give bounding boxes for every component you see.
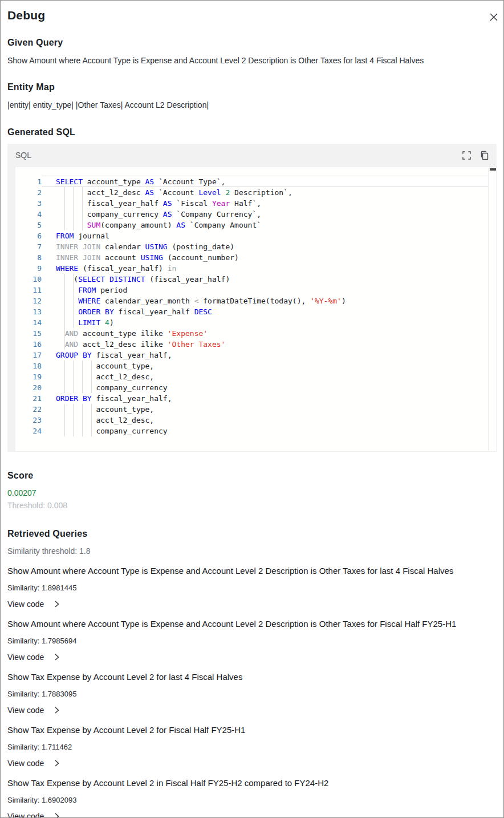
retrieved-query-item: Show Tax Expense by Account Level 2 for … <box>7 724 497 768</box>
retrieved-query-similarity: Similarity: 1.7985694 <box>7 637 497 645</box>
retrieved-query-text: Show Tax Expense by Account Level 2 for … <box>7 724 497 735</box>
expand-icon[interactable] <box>461 150 472 160</box>
score-threshold: Threshold: 0.008 <box>7 501 497 510</box>
view-code-button[interactable]: View code <box>7 706 59 715</box>
retrieved-query-item: Show Amount where Account Type is Expens… <box>7 565 497 609</box>
code-scrollbar-thumb[interactable] <box>490 168 496 171</box>
retrieved-query-text: Show Amount where Account Type is Expens… <box>7 565 497 576</box>
chevron-right-icon <box>54 601 59 608</box>
score-heading: Score <box>7 471 497 481</box>
generated-sql-heading: Generated SQL <box>7 127 497 137</box>
code-vertical-scrollbar[interactable] <box>488 168 496 451</box>
close-icon[interactable] <box>487 11 500 23</box>
dialog-title: Debug <box>7 9 497 22</box>
line-number: 13 <box>15 306 42 317</box>
code-line: 9WHERE (fiscal_year_half) in <box>15 263 496 274</box>
sql-code: 1SELECT account_type AS `Account Type`,2… <box>15 176 496 436</box>
sql-card-label: SQL <box>15 151 31 160</box>
retrieved-query-similarity: Similarity: 1.711462 <box>7 743 497 751</box>
line-number: 16 <box>15 339 42 350</box>
line-number: 6 <box>15 230 42 241</box>
line-number: 21 <box>15 393 42 404</box>
code-line: 21ORDER BY fiscal_year_half, <box>15 393 496 404</box>
given-query-heading: Given Query <box>7 38 497 48</box>
code-line: 15AND account_type ilike 'Expense' <box>15 328 496 339</box>
line-number: 11 <box>15 285 42 295</box>
line-number: 1 <box>15 176 42 187</box>
view-code-label: View code <box>7 600 44 609</box>
code-line: 23acct_l2_desc, <box>15 415 496 426</box>
line-number: 2 <box>15 187 42 198</box>
code-line: 17GROUP BY fiscal_year_half, <box>15 350 496 361</box>
retrieved-query-text: Show Tax Expense by Account Level 2 for … <box>7 671 497 682</box>
line-number: 3 <box>15 198 42 209</box>
chevron-right-icon <box>54 813 59 818</box>
code-line: 18account_type, <box>15 361 496 371</box>
line-number: 20 <box>15 382 42 393</box>
chevron-right-icon <box>54 654 59 661</box>
code-line: 20company_currency <box>15 382 496 393</box>
line-number: 15 <box>15 328 42 339</box>
code-line: 12WHERE calendar_year_month < formatDate… <box>15 295 496 306</box>
line-number: 24 <box>15 426 42 436</box>
chevron-right-icon <box>54 707 59 714</box>
entity-map-text: |entity| entity_type| |Other Taxes| Acco… <box>7 100 497 110</box>
view-code-button[interactable]: View code <box>7 812 59 818</box>
retrieved-query-item: Show Amount where Account Type is Expens… <box>7 618 497 662</box>
debug-dialog: Debug Given Query Show Amount where Acco… <box>0 0 504 818</box>
retrieved-query-text: Show Tax Expense by Account Level 2 in F… <box>7 777 497 788</box>
retrieved-query-similarity: Similarity: 1.8981445 <box>7 584 497 592</box>
retrieved-queries-list: Show Amount where Account Type is Expens… <box>7 565 497 818</box>
line-number: 4 <box>15 209 42 220</box>
view-code-label: View code <box>7 653 44 662</box>
view-code-label: View code <box>7 812 44 818</box>
view-code-button[interactable]: View code <box>7 653 59 662</box>
chevron-right-icon <box>54 760 59 767</box>
score-value: 0.00207 <box>7 488 497 497</box>
code-line: 5SUM(company_amount) AS `Company Amount` <box>15 220 496 230</box>
line-number: 8 <box>15 252 42 263</box>
retrieved-query-similarity: Similarity: 1.7883095 <box>7 690 497 698</box>
view-code-label: View code <box>7 706 44 715</box>
line-number: 23 <box>15 415 42 426</box>
line-number: 22 <box>15 404 42 415</box>
line-number: 17 <box>15 350 42 361</box>
code-line: 4company_currency AS `Company Currency`, <box>15 209 496 220</box>
code-line: 22account_type, <box>15 404 496 415</box>
code-line: 1SELECT account_type AS `Account Type`, <box>15 176 496 187</box>
code-line: 2acct_l2_desc AS `Account Level 2 Descri… <box>15 187 496 198</box>
code-line: 7INNER JOIN calendar USING (posting_date… <box>15 241 496 252</box>
view-code-button[interactable]: View code <box>7 600 59 609</box>
code-line: 8INNER JOIN account USING (account_numbe… <box>15 252 496 263</box>
code-line: 19acct_l2_desc, <box>15 371 496 382</box>
line-number: 19 <box>15 371 42 382</box>
similarity-threshold: Similarity threshold: 1.8 <box>7 546 497 556</box>
line-number: 18 <box>15 361 42 371</box>
code-line: 6FROM journal <box>15 230 496 241</box>
code-line: 3fiscal_year_half AS `Fiscal Year Half`, <box>15 198 496 209</box>
retrieved-query-item: Show Tax Expense by Account Level 2 in F… <box>7 777 497 818</box>
sql-card-header: SQL <box>7 144 497 167</box>
retrieved-query-similarity: Similarity: 1.6902093 <box>7 796 497 804</box>
given-query-text: Show Amount where Account Type is Expens… <box>7 55 497 66</box>
retrieved-query-text: Show Amount where Account Type is Expens… <box>7 618 497 629</box>
line-number: 14 <box>15 317 42 328</box>
code-line: 24company_currency <box>15 426 496 436</box>
retrieved-query-item: Show Tax Expense by Account Level 2 for … <box>7 671 497 715</box>
code-line: 16AND acct_l2_desc ilike 'Other Taxes' <box>15 339 496 350</box>
retrieved-queries-heading: Retrieved Queries <box>7 529 497 539</box>
line-number: 7 <box>15 241 42 252</box>
line-number: 5 <box>15 220 42 230</box>
copy-icon[interactable] <box>479 150 490 160</box>
code-line: 13ORDER BY fiscal_year_half DESC <box>15 306 496 317</box>
sql-card: SQL 1SELECT account_type AS `Account Typ… <box>7 144 497 452</box>
line-number: 9 <box>15 263 42 274</box>
code-line: 11FROM period <box>15 285 496 295</box>
view-code-button[interactable]: View code <box>7 759 59 768</box>
line-number: 12 <box>15 295 42 306</box>
line-number: 10 <box>15 274 42 285</box>
view-code-label: View code <box>7 759 44 768</box>
entity-map-heading: Entity Map <box>7 82 497 92</box>
code-line: 10(SELECT DISTINCT (fiscal_year_half) <box>15 274 496 285</box>
code-line: 14LIMIT 4) <box>15 317 496 328</box>
